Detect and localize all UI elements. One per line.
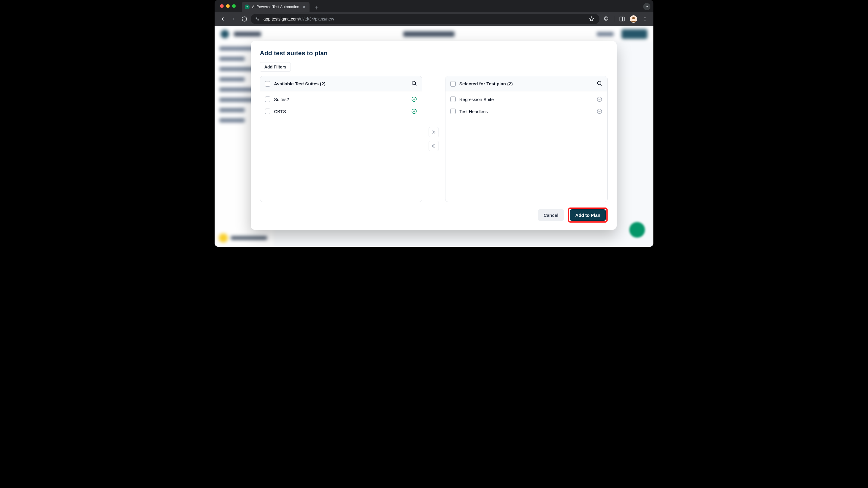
browser-tab[interactable]: t AI Powered Test Automation xyxy=(242,2,310,12)
move-all-left-button[interactable] xyxy=(429,141,439,151)
window-controls xyxy=(215,4,236,8)
available-pane: Available Test Suites (2) Suites2 xyxy=(260,76,422,202)
row-checkbox[interactable] xyxy=(450,96,456,102)
row-checkbox[interactable] xyxy=(450,109,456,114)
cancel-button[interactable]: Cancel xyxy=(538,209,564,221)
transfer-panes: Available Test Suites (2) Suites2 xyxy=(260,76,608,202)
add-test-suites-modal: Add test suites to plan Add Filters Avai… xyxy=(251,41,617,230)
selected-search-button[interactable] xyxy=(596,80,602,87)
tab-favicon-icon: t xyxy=(245,4,250,9)
svg-point-7 xyxy=(645,20,646,21)
tab-close-button[interactable] xyxy=(302,4,307,9)
list-item: Suites2 xyxy=(260,93,422,105)
move-all-right-button[interactable] xyxy=(429,127,439,137)
svg-point-11 xyxy=(597,81,601,85)
remove-suite-button[interactable] xyxy=(596,108,602,114)
add-suite-button[interactable] xyxy=(411,108,417,114)
list-item: Regression Suite xyxy=(445,93,607,105)
available-search-button[interactable] xyxy=(411,80,417,87)
bookmark-button[interactable] xyxy=(587,15,596,23)
window-minimize-button[interactable] xyxy=(226,4,230,8)
suite-name: Test Headless xyxy=(459,109,593,114)
svg-point-8 xyxy=(412,81,415,85)
tabs-overflow-button[interactable] xyxy=(643,3,650,10)
reload-button[interactable] xyxy=(240,15,249,24)
selected-header-label: Selected for Test plan (2) xyxy=(459,81,513,86)
add-suite-button[interactable] xyxy=(411,96,417,102)
row-checkbox[interactable] xyxy=(265,96,270,102)
modal-footer: Cancel Add to Plan xyxy=(260,207,608,223)
url-domain: app.testsigma.com xyxy=(264,17,299,21)
row-checkbox[interactable] xyxy=(265,109,270,114)
highlight-annotation: Add to Plan xyxy=(568,207,608,223)
suite-name: CBTS xyxy=(274,109,407,114)
selected-pane-header: Selected for Test plan (2) xyxy=(445,76,607,91)
svg-point-6 xyxy=(645,19,646,20)
suite-name: Regression Suite xyxy=(459,97,593,102)
transfer-controls xyxy=(428,76,440,202)
available-select-all-checkbox[interactable] xyxy=(265,81,270,87)
svg-point-1 xyxy=(258,20,258,21)
add-to-plan-button[interactable]: Add to Plan xyxy=(570,209,606,221)
kebab-menu-button[interactable] xyxy=(640,14,650,24)
side-panel-button[interactable] xyxy=(617,14,627,24)
svg-point-5 xyxy=(645,17,646,18)
svg-rect-2 xyxy=(620,17,624,21)
toolbar: app.testsigma.com/ui/td/34/plans/new xyxy=(215,12,653,26)
selected-select-all-checkbox[interactable] xyxy=(450,81,456,87)
list-item: Test Headless xyxy=(445,105,607,117)
remove-suite-button[interactable] xyxy=(596,96,602,102)
selected-list: Regression Suite Test Headless xyxy=(445,91,607,202)
page-viewport: Add test suites to plan Add Filters Avai… xyxy=(215,26,653,247)
window-close-button[interactable] xyxy=(220,4,224,8)
browser-window: t AI Powered Test Automation xyxy=(215,0,653,247)
chat-fab[interactable] xyxy=(629,222,645,238)
available-list: Suites2 CBTS xyxy=(260,91,422,202)
selected-pane: Selected for Test plan (2) Regression Su… xyxy=(445,76,608,202)
url-path: /ui/td/34/plans/new xyxy=(299,17,334,21)
add-filters-button[interactable]: Add Filters xyxy=(260,62,291,72)
address-bar[interactable]: app.testsigma.com/ui/td/34/plans/new xyxy=(251,14,599,24)
toolbar-divider xyxy=(614,16,614,22)
site-settings-icon[interactable] xyxy=(254,16,260,22)
new-tab-button[interactable] xyxy=(313,4,321,12)
url-text: app.testsigma.com/ui/td/34/plans/new xyxy=(264,17,584,21)
extensions-button[interactable] xyxy=(601,14,611,24)
forward-button[interactable] xyxy=(229,15,238,24)
titlebar: t AI Powered Test Automation xyxy=(215,0,653,12)
list-item: CBTS xyxy=(260,105,422,117)
available-pane-header: Available Test Suites (2) xyxy=(260,76,422,91)
profile-avatar[interactable] xyxy=(629,14,638,24)
available-header-label: Available Test Suites (2) xyxy=(274,81,326,86)
suite-name: Suites2 xyxy=(274,97,407,102)
back-button[interactable] xyxy=(218,15,227,24)
tab-title: AI Powered Test Automation xyxy=(252,5,299,9)
window-maximize-button[interactable] xyxy=(232,4,236,8)
svg-point-4 xyxy=(632,17,635,19)
svg-point-0 xyxy=(256,18,257,19)
modal-title: Add test suites to plan xyxy=(260,50,608,57)
tab-strip: t AI Powered Test Automation xyxy=(242,0,321,12)
